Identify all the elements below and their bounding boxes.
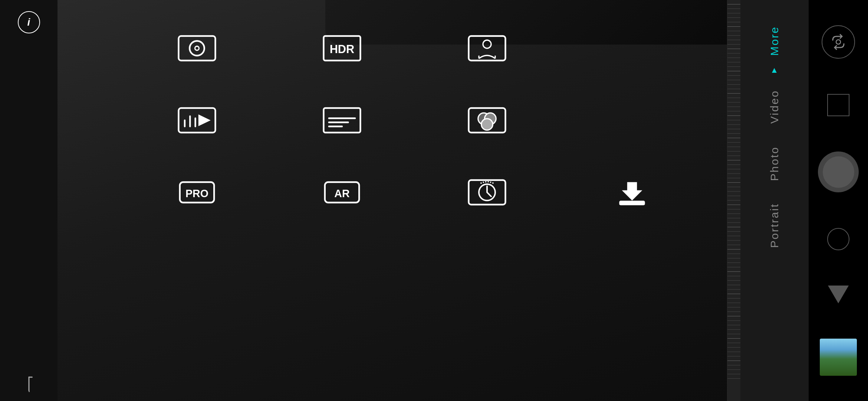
svg-point-24: [481, 119, 493, 130]
ar-lens-icon: AR: [320, 170, 364, 215]
info-icon[interactable]: i: [18, 11, 40, 33]
right-panel: // Generate ruler ticks const ruler = do…: [727, 0, 809, 401]
svg-marker-16: [199, 115, 209, 125]
mode-pro[interactable]: PRO: [124, 166, 269, 224]
svg-text:AR: AR: [334, 188, 350, 199]
modes-grid: HDR: [57, 7, 727, 224]
mode-ar-lens[interactable]: AR: [269, 166, 414, 224]
svg-line-0: [22, 377, 35, 390]
main-camera-area: HDR: [57, 0, 727, 401]
watermark-icon: [465, 26, 509, 71]
download-icon: [610, 170, 654, 215]
svg-point-4: [190, 41, 204, 56]
svg-text:HDR: HDR: [330, 43, 355, 56]
hdr-icon: HDR: [320, 26, 364, 71]
gallery-thumbnail[interactable]: [820, 339, 857, 376]
shutter-button[interactable]: [818, 151, 859, 192]
home-button[interactable]: [827, 228, 849, 250]
edit-icon[interactable]: [18, 372, 39, 393]
svg-rect-3: [178, 36, 215, 61]
info-letter: i: [27, 16, 30, 28]
pro-icon: PRO: [175, 170, 219, 215]
svg-rect-17: [323, 108, 360, 133]
svg-marker-31: [622, 182, 642, 201]
mode-filter[interactable]: [415, 94, 560, 151]
mode-label-photo[interactable]: Photo: [768, 146, 781, 181]
back-button[interactable]: [828, 286, 849, 303]
svg-point-5: [195, 46, 199, 50]
mode-slowmo[interactable]: [124, 94, 269, 151]
mode-arrow: ▲: [770, 65, 779, 75]
shutter-inner: [823, 156, 854, 188]
panorama-icon: [175, 26, 219, 71]
svg-text:PRO: PRO: [185, 188, 208, 199]
svg-point-9: [483, 40, 491, 48]
square-button[interactable]: [827, 94, 849, 116]
mode-download[interactable]: [560, 166, 705, 224]
mode-watermark[interactable]: [415, 22, 560, 79]
slowmo-icon: [175, 98, 219, 143]
left-sidebar: i: [0, 0, 57, 401]
ruler: // Generate ruler ticks const ruler = do…: [727, 0, 740, 401]
svg-rect-32: [620, 201, 644, 205]
mode-panorama[interactable]: [124, 22, 269, 79]
mode-label-portrait[interactable]: Portrait: [768, 203, 781, 248]
svg-point-33: [836, 40, 841, 44]
camera-flip-button[interactable]: [822, 25, 855, 59]
mode-label-more[interactable]: More: [768, 26, 781, 56]
far-right-controls: [809, 0, 868, 401]
filter-icon: [465, 98, 509, 143]
mode-timelapse[interactable]: [415, 166, 560, 224]
timelapse-icon: [465, 170, 509, 215]
mode-light-painting[interactable]: [269, 94, 414, 151]
light-painting-icon: [320, 98, 364, 143]
mode-hdr[interactable]: HDR: [269, 22, 414, 79]
right-mode-labels: More ▲ Video Photo Portrait: [740, 0, 809, 401]
mode-label-video[interactable]: Video: [768, 90, 781, 124]
